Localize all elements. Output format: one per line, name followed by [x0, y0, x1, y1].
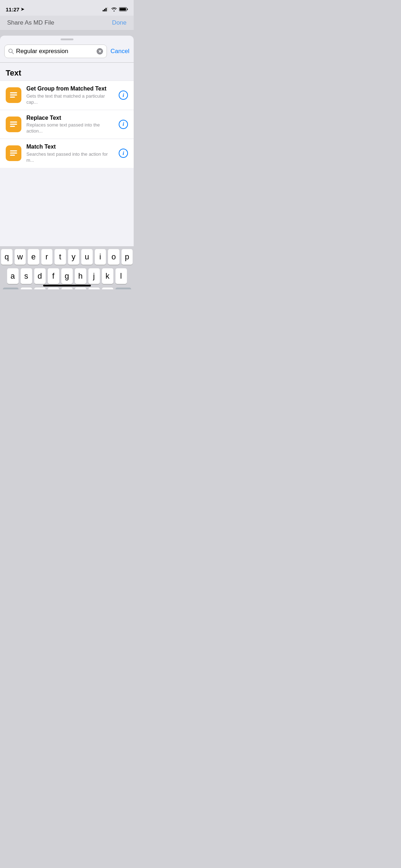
drag-handle[interactable] — [61, 38, 73, 40]
time-display: 11:27 — [6, 6, 19, 12]
key-l[interactable]: l — [115, 268, 127, 284]
svg-rect-17 — [10, 155, 15, 156]
status-time: 11:27 ➤ — [6, 6, 24, 12]
list-item[interactable]: Get Group from Matched Text Gets the tex… — [0, 81, 134, 110]
item-icon-get-group — [6, 87, 21, 103]
key-c[interactable]: c — [48, 288, 59, 289]
key-d[interactable]: d — [34, 268, 46, 284]
svg-rect-10 — [10, 94, 17, 95]
list-item[interactable]: Replace Text Replaces some text passed i… — [0, 110, 134, 139]
svg-rect-0 — [103, 10, 104, 11]
home-bar — [43, 285, 91, 286]
search-bar-container: Cancel — [0, 45, 134, 62]
key-r[interactable]: r — [41, 249, 53, 265]
location-icon: ➤ — [21, 7, 24, 12]
empty-results-area — [0, 168, 134, 246]
search-input-wrapper — [4, 45, 107, 58]
item-icon-match-text — [6, 145, 21, 161]
key-b[interactable]: b — [75, 288, 86, 289]
svg-rect-5 — [127, 9, 128, 10]
info-button-replace-text[interactable]: i — [119, 120, 128, 129]
key-q[interactable]: q — [1, 249, 12, 265]
key-z[interactable]: z — [21, 288, 32, 289]
wifi-icon — [111, 7, 117, 11]
key-f[interactable]: f — [48, 268, 59, 284]
search-input[interactable] — [16, 48, 94, 55]
key-k[interactable]: k — [102, 268, 113, 284]
item-title-replace-text: Replace Text — [26, 114, 114, 122]
key-t[interactable]: t — [55, 249, 66, 265]
key-y[interactable]: y — [68, 249, 79, 265]
item-text-replace-text: Replace Text Replaces some text passed i… — [26, 114, 114, 135]
svg-rect-13 — [10, 124, 17, 125]
key-u[interactable]: u — [81, 249, 93, 265]
keyboard-row-2: a s d f g h j k l — [1, 268, 133, 284]
modal-sheet: Cancel Text Get Group from Matched Text … — [0, 36, 134, 289]
key-s[interactable]: s — [21, 268, 32, 284]
key-e[interactable]: e — [28, 249, 39, 265]
item-icon-replace-text — [6, 117, 21, 132]
behind-modal: Share As MD File Done — [0, 16, 134, 30]
svg-rect-3 — [107, 7, 108, 11]
item-text-match-text: Match Text Searches text passed into the… — [26, 143, 114, 164]
behind-modal-title: Share As MD File — [7, 19, 54, 26]
key-p[interactable]: p — [122, 249, 133, 265]
key-o[interactable]: o — [108, 249, 119, 265]
item-subtitle-match-text: Searches text passed into the action for… — [26, 151, 114, 164]
svg-rect-2 — [106, 8, 107, 11]
svg-rect-16 — [10, 153, 17, 154]
key-j[interactable]: j — [88, 268, 100, 284]
status-icons — [103, 7, 128, 11]
key-a[interactable]: a — [7, 268, 19, 284]
key-x[interactable]: x — [34, 288, 46, 289]
done-button[interactable]: Done — [112, 19, 127, 26]
key-n[interactable]: n — [88, 288, 100, 289]
item-title-get-group: Get Group from Matched Text — [26, 85, 114, 93]
results-list: Get Group from Matched Text Gets the tex… — [0, 81, 134, 168]
item-subtitle-replace-text: Replaces some text passed into the actio… — [26, 122, 114, 134]
svg-rect-6 — [120, 8, 126, 11]
svg-rect-12 — [10, 122, 17, 123]
key-i[interactable]: i — [95, 249, 106, 265]
signal-icon — [103, 7, 109, 11]
key-w[interactable]: w — [15, 249, 26, 265]
svg-rect-15 — [10, 150, 17, 151]
info-button-get-group[interactable]: i — [119, 91, 128, 100]
svg-rect-14 — [10, 126, 15, 127]
shift-key[interactable]: ⇧ — [3, 288, 19, 289]
section-text: Text — [0, 63, 134, 81]
list-item[interactable]: Match Text Searches text passed into the… — [0, 139, 134, 168]
info-button-match-text[interactable]: i — [119, 149, 128, 158]
keyboard: q w e r t y u i o p a s d f g h j k l ⇧ … — [0, 246, 134, 289]
search-icon — [8, 48, 14, 54]
delete-key[interactable]: ⌫ — [115, 288, 131, 289]
status-bar: 11:27 ➤ — [0, 0, 134, 16]
battery-icon — [119, 7, 128, 11]
svg-rect-1 — [104, 9, 105, 11]
section-title-text: Text — [6, 68, 128, 78]
cancel-button[interactable]: Cancel — [110, 48, 129, 55]
item-title-match-text: Match Text — [26, 143, 114, 151]
key-m[interactable]: m — [102, 288, 113, 289]
key-h[interactable]: h — [75, 268, 86, 284]
svg-rect-11 — [10, 97, 15, 98]
clear-button[interactable] — [97, 48, 103, 55]
keyboard-row-3: ⇧ z x c v b n m ⌫ — [1, 288, 133, 289]
keyboard-row-1: q w e r t y u i o p — [1, 249, 133, 265]
svg-line-8 — [12, 52, 14, 54]
key-v[interactable]: v — [61, 288, 73, 289]
svg-rect-9 — [10, 92, 17, 93]
item-subtitle-get-group: Gets the text that matched a particular … — [26, 93, 114, 105]
item-text-get-group: Get Group from Matched Text Gets the tex… — [26, 85, 114, 105]
key-g[interactable]: g — [61, 268, 73, 284]
